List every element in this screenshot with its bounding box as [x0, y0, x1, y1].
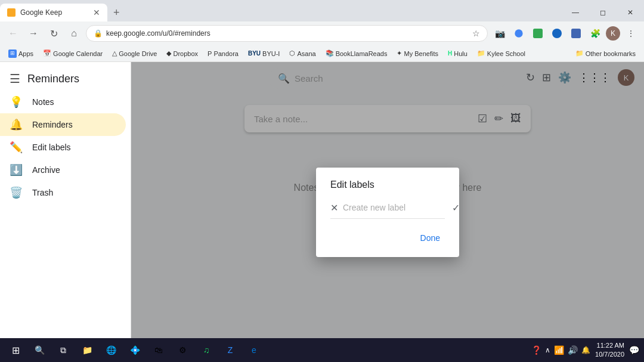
bookmark-asana[interactable]: ⬡ Asana	[286, 48, 319, 58]
modal-footer: Done	[316, 221, 459, 257]
zoom-icon: Z	[228, 345, 233, 355]
active-tab[interactable]: Google Keep ✕	[0, 4, 107, 21]
other-bookmarks[interactable]: 📁 Other bookmarks	[572, 48, 639, 58]
edge-icon: e	[252, 345, 256, 355]
window-controls: — ◻ ✕	[562, 4, 644, 21]
modal-body: ✕ ✓	[316, 197, 459, 221]
sidebar-item-notes[interactable]: 💡 Notes	[0, 91, 126, 113]
bookmark-star-icon[interactable]: ☆	[472, 29, 480, 38]
bookmark-drive-label: Google Drive	[119, 50, 157, 57]
zoom-btn[interactable]: Z	[219, 339, 241, 361]
extensions-btn[interactable]: 🧩	[587, 25, 603, 42]
minimize-btn[interactable]: —	[562, 4, 589, 21]
profile-avatar[interactable]: K	[606, 26, 620, 41]
tab-close-btn[interactable]: ✕	[93, 8, 100, 17]
bookmark-dropbox[interactable]: ◆ Dropbox	[163, 48, 202, 58]
volume-icon[interactable]: 🔊	[568, 345, 578, 355]
settings-taskbar-btn[interactable]: ⚙	[172, 339, 193, 361]
create-label-input[interactable]	[343, 203, 447, 212]
address-text: keep.google.com/u/0/#reminders	[106, 29, 469, 38]
bookmarks-bar: ⊞ Apps 📅 Google Calendar △ Google Drive …	[0, 45, 644, 62]
svg-point-0	[515, 29, 522, 37]
sidebar-item-trash[interactable]: 🗑️ Trash	[0, 181, 126, 204]
file-explorer-btn[interactable]: 📁	[76, 339, 98, 361]
store-btn[interactable]: 🛍	[148, 339, 169, 361]
new-tab-btn[interactable]: +	[110, 7, 123, 19]
close-btn[interactable]: ✕	[617, 4, 644, 21]
svg-rect-1	[533, 29, 543, 38]
bookmark-hulu-label: Hulu	[454, 50, 467, 57]
bookmark-bookllamareads[interactable]: 📚 BookLlamaReads	[322, 48, 391, 58]
sidebar-trash-label: Trash	[32, 188, 53, 197]
bookmark-benefits-label: My Benefits	[404, 50, 438, 57]
taskbar-clock[interactable]: 11:22 AM 10/7/2020	[595, 341, 624, 360]
light-bulb-icon: 💡	[10, 95, 23, 109]
hamburger-icon[interactable]: ☰	[10, 72, 20, 86]
reload-btn[interactable]: ↻	[45, 25, 62, 42]
svg-rect-3	[571, 29, 581, 38]
modal-title: Edit labels	[316, 168, 459, 197]
taskbar-search-icon: 🔍	[35, 345, 45, 355]
main-content: ↻ ⊞ ⚙️ ⋮⋮⋮ K 🔍 Search Take a note... ☑ ✏…	[131, 62, 644, 362]
home-btn[interactable]: ⌂	[66, 25, 82, 42]
menu-btn[interactable]: ⋮	[623, 25, 639, 42]
bookmark-apps[interactable]: ⊞ Apps	[5, 48, 37, 59]
edge-btn[interactable]: e	[243, 339, 265, 361]
store-icon: 🛍	[154, 345, 163, 355]
extension-icon-3[interactable]	[549, 25, 565, 42]
address-box[interactable]: 🔒 keep.google.com/u/0/#reminders ☆	[86, 25, 488, 42]
done-button[interactable]: Done	[411, 228, 450, 247]
other-bookmarks-label: Other bookmarks	[586, 50, 636, 57]
clock-date: 10/7/2020	[595, 350, 624, 359]
dropbox-icon: ◆	[166, 49, 171, 57]
edit-labels-modal: Edit labels ✕ ✓ Done	[316, 168, 459, 257]
windows-icon: ⊞	[12, 345, 20, 356]
maximize-btn[interactable]: ◻	[589, 4, 617, 21]
sidebar-item-reminders[interactable]: 🔔 Reminders	[0, 113, 126, 136]
search-btn[interactable]: 🔍	[29, 339, 50, 361]
trash-icon: 🗑️	[10, 186, 23, 199]
forward-btn[interactable]: →	[25, 25, 42, 42]
extension-icon-1[interactable]	[510, 25, 527, 42]
task-view-btn[interactable]: ⧉	[52, 339, 74, 361]
sidebar-item-archive[interactable]: ⬇️ Archive	[0, 159, 126, 181]
help-icon[interactable]: ❓	[531, 345, 541, 355]
cortana-btn[interactable]: 💠	[124, 339, 145, 361]
chevron-up-icon[interactable]: ∧	[545, 346, 550, 354]
extension-icon-4[interactable]	[568, 25, 584, 42]
bookmark-benefits[interactable]: ✦ My Benefits	[393, 48, 441, 58]
spotify-btn[interactable]: ♫	[196, 339, 217, 361]
network-icon[interactable]: 📶	[554, 345, 564, 355]
bookmark-pandora[interactable]: P Pandora	[204, 49, 242, 58]
cortana-icon: 💠	[130, 345, 140, 355]
back-btn[interactable]: ←	[5, 25, 21, 42]
asana-icon: ⬡	[289, 49, 295, 57]
address-bar-row: ← → ↻ ⌂ 🔒 keep.google.com/u/0/#reminders…	[0, 21, 644, 45]
bookmark-byu[interactable]: BYU BYU-I	[244, 49, 283, 58]
screenshot-icon[interactable]: 📷	[491, 25, 508, 42]
sidebar-item-edit-labels[interactable]: ✏️ Edit labels	[0, 136, 126, 159]
tab-bar: Google Keep ✕ + — ◻ ✕	[0, 0, 644, 21]
taskbar-right: ❓ ∧ 📶 🔊 🔔 11:22 AM 10/7/2020 💬	[531, 341, 639, 360]
label-input-confirm-icon[interactable]: ✓	[452, 202, 459, 214]
clock-time: 11:22 AM	[595, 341, 624, 350]
label-input-clear-btn[interactable]: ✕	[330, 202, 338, 214]
notification-center-btn[interactable]: 💬	[629, 345, 639, 355]
chrome-icon: 🌐	[106, 345, 116, 355]
bookmark-kylee[interactable]: 📁 Kylee School	[473, 48, 529, 58]
bookmark-kylee-label: Kylee School	[487, 50, 525, 57]
file-explorer-icon: 📁	[82, 345, 92, 355]
bookmark-hulu[interactable]: H Hulu	[444, 49, 471, 58]
chrome-taskbar-btn[interactable]: 🌐	[100, 339, 122, 361]
taskbar: ⊞ 🔍 ⧉ 📁 🌐 💠 🛍 ⚙ ♫ Z e ❓ ∧ 📶 🔊 🔔 11:	[0, 338, 644, 362]
modal-overlay: Edit labels ✕ ✓ Done	[131, 62, 644, 362]
bookmark-drive[interactable]: △ Google Drive	[109, 48, 160, 58]
apps-icon: ⊞	[8, 49, 17, 58]
byu-icon: BYU	[248, 50, 261, 57]
book-icon: 📚	[326, 49, 334, 57]
notification-icon[interactable]: 🔔	[581, 346, 590, 354]
start-btn[interactable]: ⊞	[5, 339, 26, 361]
extension-icon-2[interactable]	[530, 25, 546, 42]
bookmark-calendar[interactable]: 📅 Google Calendar	[39, 48, 106, 58]
kylee-icon: 📁	[477, 49, 485, 57]
